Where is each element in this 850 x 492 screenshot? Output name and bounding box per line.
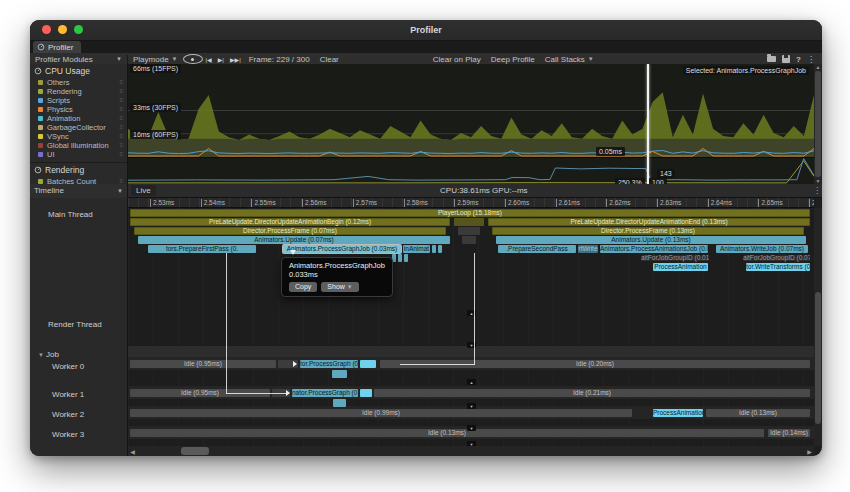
- chart-scrollbar[interactable]: ▲ ▼: [814, 64, 822, 184]
- scroll-right-icon[interactable]: ▶: [805, 448, 814, 455]
- drag-handle-icon[interactable]: ≡: [119, 105, 123, 114]
- timeline-span[interactable]: Director.ProcessFrame (0.13ms): [492, 227, 804, 235]
- timeline-span[interactable]: aitForJobGroupID (0.07m: [743, 254, 810, 262]
- playmode-dropdown[interactable]: Playmode ▼: [128, 55, 183, 64]
- timeline-span[interactable]: nator.ProcessGraph (0.0: [292, 389, 358, 397]
- thread-label-main-thread[interactable]: Main Thread: [48, 210, 93, 219]
- timeline-span[interactable]: Animators.ProcessGraphJob (0.03ms): [283, 245, 401, 253]
- timeline-span[interactable]: [458, 227, 480, 235]
- timeline-span[interactable]: rtWrite: [578, 245, 598, 253]
- legend-item-garbagecollector[interactable]: GarbageCollector≡: [30, 123, 127, 132]
- timeline-span[interactable]: .PrepareSecondPass: [498, 245, 576, 253]
- collapse-up-icon[interactable]: ▲: [467, 379, 476, 385]
- chart-scroll-thumb[interactable]: [815, 71, 821, 177]
- timeline-span[interactable]: [333, 399, 346, 407]
- profiler-modules-dropdown[interactable]: Profiler Modules ▼: [30, 55, 128, 64]
- timeline-canvas[interactable]: Animators.ProcessGraphJob 0.033ms Copy S…: [128, 208, 814, 446]
- thread-label-worker-2[interactable]: Worker 2: [52, 410, 84, 419]
- timeline-span[interactable]: [404, 254, 408, 262]
- timeline-hscrollbar[interactable]: ◀ ▶: [128, 446, 814, 456]
- deep-profile-toggle[interactable]: Deep Profile: [486, 55, 540, 64]
- next-frame-button[interactable]: ▶|: [215, 56, 227, 63]
- timeline-span[interactable]: Animators.Update (0.13ms): [496, 236, 806, 244]
- timeline-span[interactable]: [454, 218, 484, 226]
- timeline-span[interactable]: [398, 254, 402, 262]
- timeline-span[interactable]: Idle (0.95ms): [130, 360, 276, 368]
- tab-profiler[interactable]: Profiler: [33, 41, 81, 53]
- minimize-button[interactable]: [58, 25, 67, 34]
- help-icon[interactable]: ?: [796, 55, 801, 64]
- timeline-span[interactable]: Animators.Update (0.07ms): [138, 236, 450, 244]
- thread-label-render-thread[interactable]: Render Thread: [48, 320, 102, 329]
- save-profile-icon[interactable]: [782, 55, 790, 63]
- timeline-span[interactable]: ProcessAnimation: [653, 263, 708, 271]
- show-dropdown-button[interactable]: Show ▼: [321, 282, 358, 292]
- batches-chart[interactable]: [128, 157, 814, 184]
- clear-on-play-toggle[interactable]: Clear on Play: [428, 55, 486, 64]
- call-stacks-dropdown[interactable]: Call Stacks ▼: [540, 55, 599, 64]
- live-toggle[interactable]: Live: [131, 185, 156, 196]
- timeline-span[interactable]: [332, 370, 347, 378]
- drag-handle-icon[interactable]: ≡: [119, 96, 123, 105]
- timeline-span[interactable]: aitForJobGroupID (0.01m: [641, 254, 709, 262]
- legend-item-others[interactable]: Others≡: [30, 78, 127, 87]
- timeline-span[interactable]: Idle (0.13ms): [130, 429, 764, 437]
- time-ruler[interactable]: 2.53ms2.54ms2.55ms2.56ms2.57ms2.58ms2.59…: [128, 198, 814, 208]
- timeline-span[interactable]: Director.ProcessFrame (0.07ms): [134, 227, 446, 235]
- timeline-span[interactable]: PreLateUpdate.DirectorUpdateAnimationEnd…: [488, 218, 810, 226]
- legend-item-scripts[interactable]: Scripts≡: [30, 96, 127, 105]
- legend-item-ui[interactable]: UI≡: [30, 150, 127, 159]
- expand-down-icon[interactable]: ▼: [467, 425, 476, 431]
- timeline-view-dropdown[interactable]: Timeline ▼: [30, 184, 128, 198]
- timeline-span[interactable]: [360, 360, 376, 368]
- drag-handle-icon[interactable]: ≡: [119, 132, 123, 141]
- timeline-span[interactable]: tor.ProcessGraph (0.: [300, 360, 358, 368]
- drag-handle-icon[interactable]: ≡: [119, 150, 123, 159]
- drag-handle-icon[interactable]: ≡: [119, 114, 123, 123]
- expand-down-icon[interactable]: ▼: [467, 403, 476, 409]
- timeline-span[interactable]: [432, 245, 436, 253]
- scroll-left-icon[interactable]: ◀: [128, 448, 137, 455]
- timeline-span[interactable]: ProcessAnimations: [653, 409, 703, 417]
- thread-label-worker-1[interactable]: Worker 1: [52, 390, 84, 399]
- timeline-menu-icon[interactable]: ⋮: [812, 186, 822, 195]
- timeline-span[interactable]: tors.PrepareFirstPass (0.: [148, 245, 256, 253]
- timeline-span[interactable]: tor.WriteTransforms (0.: [746, 263, 810, 271]
- legend-item-global-illumination[interactable]: Global Illumination≡: [30, 141, 127, 150]
- clear-button[interactable]: Clear: [315, 55, 344, 64]
- hscroll-track[interactable]: [137, 446, 805, 456]
- cpu-usage-chart[interactable]: [128, 64, 814, 157]
- timeline-vscrollbar[interactable]: [814, 208, 822, 446]
- module-header-cpu-usage[interactable]: CPU Usage: [30, 64, 127, 78]
- timeline-span[interactable]: PlayerLoop (15.18ms): [130, 209, 810, 217]
- previous-frame-button[interactable]: |◀: [203, 56, 215, 63]
- timeline-span[interactable]: Idle (0.14ms): [768, 429, 810, 437]
- scroll-up-icon[interactable]: ▲: [816, 64, 821, 70]
- timeline-span[interactable]: [462, 236, 476, 244]
- timeline-hscroll-thumb[interactable]: [181, 447, 209, 455]
- thread-label-worker-3[interactable]: Worker 3: [52, 430, 84, 439]
- timeline-span[interactable]: PreLateUpdate.DirectorUpdateAnimationBeg…: [130, 218, 450, 226]
- drag-handle-icon[interactable]: ≡: [119, 141, 123, 150]
- legend-item-animation[interactable]: Animation≡: [30, 114, 127, 123]
- legend-item-physics[interactable]: Physics≡: [30, 105, 127, 114]
- chart-area[interactable]: 66ms (15FPS) 33ms (30FPS) 16ms (60FPS) S…: [128, 64, 814, 184]
- timeline-span[interactable]: Animators.ProcessAnimationsJob (0.03ms): [600, 245, 708, 253]
- timeline-span[interactable]: Idle (0.21ms): [374, 389, 810, 397]
- module-header-rendering[interactable]: Rendering: [30, 162, 127, 177]
- close-button[interactable]: [42, 25, 51, 34]
- timeline-span[interactable]: [438, 245, 442, 253]
- drag-handle-icon[interactable]: ≡: [119, 87, 123, 96]
- drag-handle-icon[interactable]: ≡: [119, 123, 123, 132]
- collapse-icon[interactable]: ▼: [38, 352, 44, 358]
- timeline-span[interactable]: inAnimat: [403, 245, 430, 253]
- timeline-span[interactable]: [360, 389, 372, 397]
- timeline-span[interactable]: Animators.WriteJob (0.07ms): [716, 245, 808, 253]
- timeline-span[interactable]: Idle (0.13ms): [706, 409, 810, 417]
- menu-icon[interactable]: ⋮: [807, 55, 815, 64]
- thread-label-job[interactable]: ▼Job: [38, 350, 59, 359]
- selected-frame-line[interactable]: [647, 64, 649, 184]
- legend-item-vsync[interactable]: VSync≡: [30, 132, 127, 141]
- timeline-span[interactable]: Idle (0.99ms): [130, 409, 632, 417]
- timeline-vscroll-thumb[interactable]: [815, 292, 821, 424]
